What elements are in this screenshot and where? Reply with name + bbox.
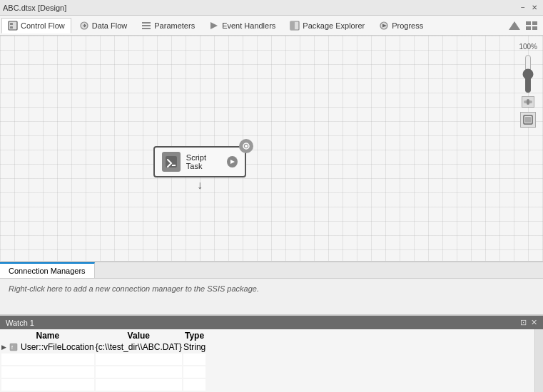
connection-managers-body[interactable]: Right-click here to add a new connection…	[0, 279, 543, 314]
svg-text:f: f	[11, 345, 13, 350]
svg-rect-15	[526, 26, 531, 30]
task-label: Script Task	[186, 153, 221, 170]
svg-rect-6	[142, 28, 151, 29]
svg-rect-2	[10, 26, 13, 29]
col-name: Name	[1, 331, 94, 341]
toolbar-icon-1[interactable]	[507, 19, 522, 33]
watch-close-icon[interactable]: ✕	[531, 318, 537, 327]
svg-point-18	[245, 145, 248, 148]
svg-rect-23	[527, 99, 529, 105]
watch-pin-icon[interactable]: ⊡	[520, 318, 527, 327]
zoom-thumb[interactable]	[522, 96, 534, 108]
tab-parameters[interactable]: Parameters	[135, 18, 201, 33]
close-button[interactable]: ✕	[529, 2, 540, 14]
title-bar-text: ABC.dtsx [Design]	[3, 4, 517, 12]
task-run-button[interactable]	[227, 156, 238, 167]
task-settings-button[interactable]	[239, 139, 253, 153]
zoom-slider-container[interactable]	[522, 52, 534, 95]
zoom-slider[interactable]	[522, 54, 534, 93]
fit-button[interactable]	[520, 112, 536, 128]
svg-rect-16	[532, 26, 537, 30]
svg-rect-4	[142, 22, 151, 24]
task-arrow: ↓	[197, 179, 203, 192]
zoom-thumb-icon	[523, 98, 533, 105]
col-type: Type	[183, 331, 205, 341]
watch-row-0[interactable]: ▶ f User::vFileLocation {c:\\test_dir\\A…	[1, 342, 205, 352]
expand-icon[interactable]: ▶	[1, 344, 6, 351]
script-icon	[164, 155, 178, 169]
settings-icon	[242, 142, 250, 150]
var-icon: f	[9, 343, 18, 351]
svg-rect-5	[142, 25, 151, 26]
task-box[interactable]: Script Task	[153, 146, 246, 177]
watch-header-icons: ⊡ ✕	[520, 318, 537, 327]
watch-table-wrapper: Name Value Type ▶ f User::vFileL	[0, 329, 543, 392]
design-area[interactable]: Script Task ↓ 100%	[0, 36, 543, 261]
watch-empty-row-3	[1, 379, 205, 391]
pin-icon	[508, 21, 521, 31]
svg-rect-14	[532, 21, 537, 25]
col-value: Value	[96, 331, 182, 341]
zoom-controls: 100%	[519, 43, 537, 128]
script-task-node[interactable]: Script Task ↓	[153, 146, 246, 192]
connection-managers-tabs: Connection Managers	[0, 262, 543, 279]
pin-button[interactable]: −	[517, 2, 529, 14]
svg-rect-0	[9, 21, 17, 30]
watch-row-type: String	[183, 342, 205, 352]
watch-window: Watch 1 ⊡ ✕ Name Value Type ▶	[0, 314, 543, 392]
watch-row-name: ▶ f User::vFileLocation	[1, 342, 94, 352]
parameters-icon	[141, 21, 151, 31]
watch-empty-row-1	[1, 354, 205, 365]
connection-managers-tab[interactable]: Connection Managers	[0, 262, 95, 278]
grid-icon	[525, 21, 538, 31]
svg-rect-1	[10, 23, 13, 25]
fit-icon	[523, 115, 533, 125]
package-explorer-icon	[290, 21, 300, 31]
tab-bar-right	[507, 19, 542, 33]
control-flow-icon	[8, 21, 18, 31]
tab-control-flow[interactable]: Control Flow	[1, 18, 71, 33]
watch-title: Watch 1	[6, 319, 34, 327]
toolbar-icon-2[interactable]	[524, 19, 539, 33]
tab-data-flow[interactable]: Data Flow	[73, 18, 134, 33]
watch-table: Name Value Type ▶ f User::vFileL	[0, 329, 534, 392]
svg-rect-25	[525, 117, 531, 123]
svg-marker-7	[210, 22, 218, 29]
tab-progress[interactable]: Progress	[372, 18, 430, 33]
event-handlers-icon	[209, 21, 219, 31]
watch-row-value: {c:\\test_dir\\ABC.DAT}	[96, 342, 182, 352]
script-task-icon	[162, 152, 181, 172]
tab-bar: Control Flow Data Flow Parameters Event …	[0, 16, 543, 36]
run-icon	[230, 159, 235, 165]
var-name: User::vFileLocation	[21, 342, 94, 352]
data-flow-icon	[79, 21, 89, 31]
watch-empty-row-2	[1, 366, 205, 378]
title-bar: ABC.dtsx [Design] − ✕	[0, 0, 543, 16]
zoom-label: 100%	[519, 43, 537, 51]
svg-marker-21	[230, 160, 235, 164]
progress-icon	[379, 21, 389, 31]
watch-scrollbar[interactable]	[534, 329, 543, 392]
watch-header: Watch 1 ⊡ ✕	[0, 316, 543, 329]
svg-rect-9	[290, 21, 295, 30]
tab-package-explorer[interactable]: Package Explorer	[283, 18, 371, 33]
svg-marker-12	[509, 21, 520, 30]
svg-rect-13	[526, 21, 531, 25]
connection-managers-section: Connection Managers Right-click here to …	[0, 261, 543, 314]
tab-event-handlers[interactable]: Event Handlers	[203, 18, 282, 33]
